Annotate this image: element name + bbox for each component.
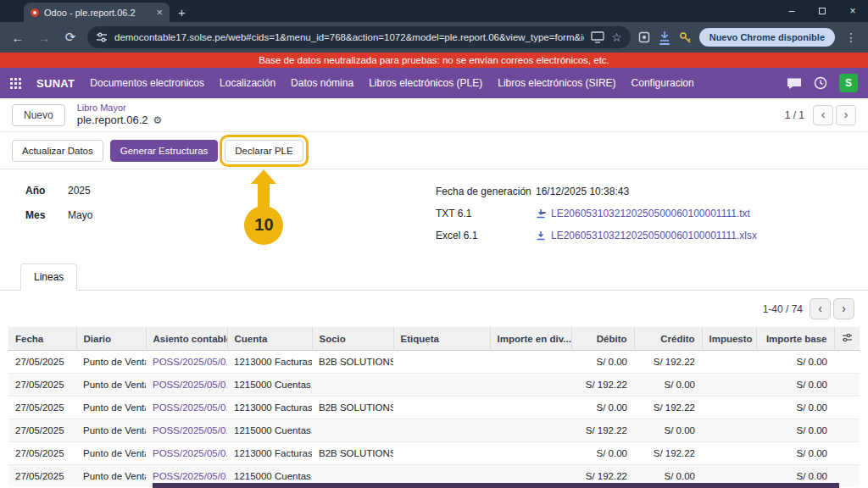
update-data-button[interactable]: Actualizar Datos: [12, 140, 103, 162]
txt-download-icon[interactable]: [536, 208, 546, 219]
cell-importe_div[interactable]: [490, 351, 571, 374]
maximize-button[interactable]: [807, 0, 837, 22]
cell-impuesto[interactable]: [702, 442, 756, 465]
cell-asiento[interactable]: POSS/2025/05/0...: [146, 442, 227, 465]
cell-diario[interactable]: Punto de Venta: [76, 465, 146, 488]
cell-asiento[interactable]: POSS/2025/05/0...: [146, 419, 227, 442]
cell-etiqueta[interactable]: [393, 396, 490, 419]
col-header-cuenta[interactable]: Cuenta: [227, 327, 312, 351]
month-value[interactable]: Mayo: [68, 209, 92, 221]
browser-menu-icon[interactable]: ⋮: [843, 30, 860, 44]
cell-credito[interactable]: S/ 192.22: [634, 351, 702, 374]
password-key-icon[interactable]: [679, 31, 692, 44]
cell-fecha[interactable]: 27/05/2025: [8, 396, 76, 419]
cell-asiento[interactable]: POSS/2025/05/0...: [146, 351, 227, 374]
col-header-fecha[interactable]: Fecha: [8, 327, 76, 351]
col-header-debito[interactable]: Débito: [571, 327, 634, 351]
txt-file-link[interactable]: LE2060531032120250500060100001111.txt: [551, 208, 750, 219]
generate-structures-button[interactable]: Generar Estructuras: [110, 140, 219, 162]
col-header-socio[interactable]: Socio: [312, 327, 393, 351]
cell-etiqueta[interactable]: [393, 442, 490, 465]
menu-configuracion[interactable]: Configuracion: [632, 77, 694, 89]
cell-cuenta[interactable]: 1215000 Cuentas...: [227, 419, 312, 442]
apps-grid-icon[interactable]: [10, 78, 21, 89]
messages-icon[interactable]: [787, 77, 802, 90]
cell-credito[interactable]: S/ 192.22: [634, 442, 702, 465]
cell-fecha[interactable]: 27/05/2025: [8, 374, 76, 396]
cell-impuesto[interactable]: [702, 351, 756, 374]
col-header-credito[interactable]: Crédito: [634, 327, 702, 351]
menu-documentos-electronicos[interactable]: Documentos electronicos: [90, 77, 204, 89]
new-tab-button[interactable]: +: [178, 5, 186, 19]
breadcrumb-parent-link[interactable]: Libro Mayor: [77, 103, 163, 114]
table-row[interactable]: 27/05/2025Punto de VentaPOSS/2025/05/0..…: [8, 419, 860, 442]
col-header-diario[interactable]: Diario: [76, 327, 146, 351]
cell-credito[interactable]: S/ 192.22: [634, 396, 702, 419]
cell-importe_div[interactable]: [490, 419, 571, 442]
close-button[interactable]: ×: [837, 0, 868, 22]
cell-debito[interactable]: S/ 0.00: [571, 351, 634, 374]
cell-socio[interactable]: B2B SOLUTIONS ...: [312, 442, 393, 465]
list-prev-button[interactable]: ‹: [810, 298, 831, 319]
cell-cuenta[interactable]: 1213000 Facturas...: [227, 396, 312, 419]
extensions-icon[interactable]: [638, 31, 650, 43]
menu-libros-ple[interactable]: Libros electrónicos (PLE): [369, 77, 482, 89]
cell-importe_div[interactable]: [490, 442, 571, 465]
reload-icon[interactable]: ⟳: [61, 30, 80, 45]
menu-datos-nomina[interactable]: Datos nómina: [291, 77, 353, 89]
cell-diario[interactable]: Punto de Venta: [76, 442, 146, 465]
optional-columns-icon[interactable]: [834, 327, 860, 351]
user-avatar[interactable]: S: [839, 74, 858, 92]
tab-lineas[interactable]: Lineas: [20, 263, 77, 291]
menu-libros-sire[interactable]: Libros electrónicos (SIRE): [498, 77, 615, 89]
cell-diario[interactable]: Punto de Venta: [76, 396, 146, 419]
back-icon[interactable]: ←: [8, 30, 27, 45]
cell-etiqueta[interactable]: [393, 419, 490, 442]
cell-impuesto[interactable]: [702, 419, 756, 442]
cell-fecha[interactable]: 27/05/2025: [8, 465, 76, 488]
minimize-button[interactable]: –: [776, 0, 807, 22]
col-header-importe-base[interactable]: Importe base: [756, 327, 834, 351]
cell-importe_base[interactable]: S/ 0.00: [756, 374, 834, 396]
excel-download-icon[interactable]: [536, 230, 546, 241]
cell-debito[interactable]: S/ 192.22: [571, 419, 634, 442]
list-next-button[interactable]: ›: [833, 298, 854, 319]
cell-credito[interactable]: S/ 0.00: [634, 419, 702, 442]
record-prev-button[interactable]: ‹: [813, 105, 833, 125]
cell-importe_base[interactable]: S/ 0.00: [756, 396, 834, 419]
cell-asiento[interactable]: POSS/2025/05/0...: [146, 396, 227, 419]
cell-cuenta[interactable]: 1213000 Facturas...: [227, 351, 312, 374]
cell-importe_base[interactable]: S/ 0.00: [756, 351, 834, 374]
actions-gear-icon[interactable]: ⚙: [153, 114, 163, 127]
cell-fecha[interactable]: 27/05/2025: [8, 351, 76, 374]
cell-socio[interactable]: [312, 419, 393, 442]
cell-diario[interactable]: Punto de Venta: [76, 374, 146, 396]
cell-fecha[interactable]: 27/05/2025: [8, 442, 76, 465]
table-row[interactable]: 27/05/2025Punto de VentaPOSS/2025/05/0..…: [8, 351, 860, 374]
cell-fecha[interactable]: 27/05/2025: [8, 419, 76, 442]
activities-clock-icon[interactable]: [814, 76, 827, 90]
new-record-button[interactable]: Nuevo: [12, 104, 65, 126]
cell-socio[interactable]: [312, 374, 393, 396]
record-next-button[interactable]: ›: [836, 105, 856, 125]
cell-diario[interactable]: Punto de Venta: [76, 419, 146, 442]
cell-debito[interactable]: S/ 0.00: [571, 442, 634, 465]
table-row[interactable]: 27/05/2025Punto de VentaPOSS/2025/05/0..…: [8, 374, 860, 396]
col-header-etiqueta[interactable]: Etiqueta: [393, 327, 490, 351]
cell-etiqueta[interactable]: [393, 374, 490, 396]
cast-icon[interactable]: [591, 31, 604, 43]
cell-impuesto[interactable]: [702, 374, 756, 396]
cell-debito[interactable]: S/ 0.00: [571, 396, 634, 419]
col-header-importe-div[interactable]: Importe en div...: [490, 327, 571, 351]
cell-debito[interactable]: S/ 192.22: [571, 374, 634, 396]
menu-localizacion[interactable]: Localización: [220, 77, 275, 89]
cell-cuenta[interactable]: 1213000 Facturas...: [227, 442, 312, 465]
url-bar[interactable]: democontable17.solse.pe/web#cids=1&menu_…: [87, 26, 631, 48]
cell-diario[interactable]: Punto de Venta: [76, 351, 146, 374]
site-settings-icon[interactable]: [96, 31, 108, 43]
cell-impuesto[interactable]: [702, 396, 756, 419]
cell-socio[interactable]: B2B SOLUTIONS ...: [312, 351, 393, 374]
cell-importe_base[interactable]: S/ 0.00: [756, 442, 834, 465]
excel-file-link[interactable]: LE2060531032120250500060100001111.xlsx: [551, 230, 757, 241]
tab-close-icon[interactable]: ×: [156, 6, 163, 19]
